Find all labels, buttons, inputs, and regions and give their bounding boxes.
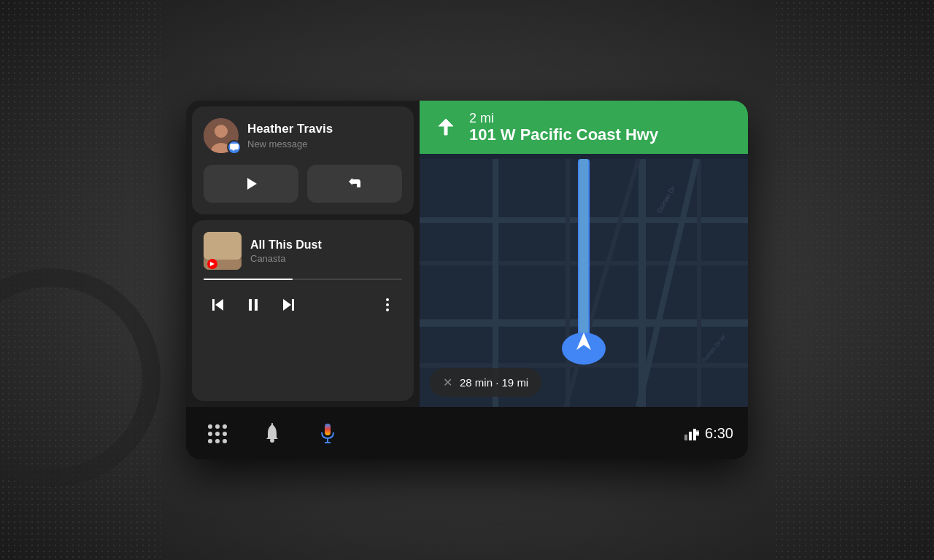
music-card: All This Dust Canasta (192, 220, 414, 401)
album-art (204, 232, 242, 270)
contact-info: Heather Travis New message (247, 122, 402, 149)
nav-icons (201, 417, 344, 449)
svg-rect-40 (325, 424, 331, 435)
svg-point-38 (270, 438, 274, 443)
signal-icon (683, 426, 699, 440)
content-area: Heather Travis New message (186, 101, 748, 407)
eta-text: 28 min · 19 mi (460, 376, 528, 389)
left-panel: Heather Travis New message (186, 101, 420, 407)
svg-rect-3 (230, 144, 239, 149)
reply-icon (347, 176, 363, 192)
progress-fill (204, 279, 293, 280)
apps-icon (208, 424, 225, 442)
skip-back-icon (210, 297, 226, 313)
music-controls (204, 290, 402, 319)
svg-point-1 (215, 125, 228, 138)
skip-back-button[interactable] (204, 290, 233, 319)
svg-point-18 (386, 303, 389, 306)
svg-rect-27 (566, 159, 570, 407)
contact-row: Heather Travis New message (204, 118, 402, 153)
microphone-icon (318, 422, 337, 444)
avatar-container (204, 118, 239, 153)
more-icon (386, 298, 389, 312)
map-panel: Guinan Dr Guinan Dr W 2 mi 101 W Pacific… (420, 101, 748, 407)
svg-rect-7 (204, 232, 242, 260)
time-display: 6:30 (705, 425, 733, 442)
svg-marker-5 (247, 178, 257, 190)
eta-close-button[interactable]: ✕ (443, 376, 452, 389)
svg-point-17 (386, 298, 389, 301)
nav-street: 101 W Pacific Coast Hwy (469, 126, 735, 144)
svg-rect-15 (292, 299, 294, 311)
svg-rect-14 (255, 299, 258, 311)
track-title: All This Dust (250, 238, 402, 252)
skip-forward-icon (280, 297, 296, 313)
svg-rect-47 (696, 432, 699, 435)
more-options-button[interactable] (373, 290, 402, 319)
music-row: All This Dust Canasta (204, 232, 402, 270)
apps-button[interactable] (201, 417, 233, 449)
svg-point-19 (386, 308, 389, 311)
progress-bar (204, 279, 402, 280)
svg-rect-11 (212, 299, 215, 311)
notifications-button[interactable] (256, 417, 288, 449)
pause-icon (245, 297, 261, 313)
reply-button[interactable] (307, 165, 402, 203)
pause-button[interactable] (239, 290, 268, 319)
svg-rect-33 (579, 159, 588, 349)
svg-rect-44 (689, 432, 692, 440)
nav-distance: 2 mi (469, 111, 735, 126)
play-icon (243, 176, 259, 192)
contact-name: Heather Travis (247, 122, 402, 136)
eta-card: ✕ 28 min · 19 mi (430, 368, 541, 397)
skip-forward-button[interactable] (274, 290, 303, 319)
turn-arrow-icon (433, 114, 459, 141)
action-buttons (204, 165, 402, 203)
svg-rect-13 (249, 299, 252, 311)
speaker-grille-right (773, 0, 934, 560)
play-button[interactable] (204, 165, 298, 203)
svg-rect-45 (684, 435, 687, 440)
track-artist: Canasta (250, 253, 402, 264)
android-auto-display: Heather Travis New message (186, 101, 748, 459)
contact-subtitle: New message (247, 139, 402, 149)
status-bar: 6:30 (683, 425, 733, 442)
bottom-bar: 6:30 (186, 407, 748, 459)
nav-header: 2 mi 101 W Pacific Coast Hwy (420, 101, 748, 154)
music-info: All This Dust Canasta (250, 238, 402, 264)
svg-marker-4 (232, 149, 235, 151)
chat-icon (230, 144, 239, 151)
message-badge (227, 140, 242, 155)
microphone-button[interactable] (312, 417, 344, 449)
nav-info: 2 mi 101 W Pacific Coast Hwy (469, 111, 735, 144)
message-card: Heather Travis New message (192, 106, 414, 214)
album-art-image (204, 232, 242, 270)
svg-marker-16 (283, 299, 291, 311)
svg-rect-43 (693, 429, 696, 440)
svg-rect-29 (697, 159, 701, 407)
svg-marker-12 (215, 299, 223, 311)
bell-icon (263, 423, 282, 443)
